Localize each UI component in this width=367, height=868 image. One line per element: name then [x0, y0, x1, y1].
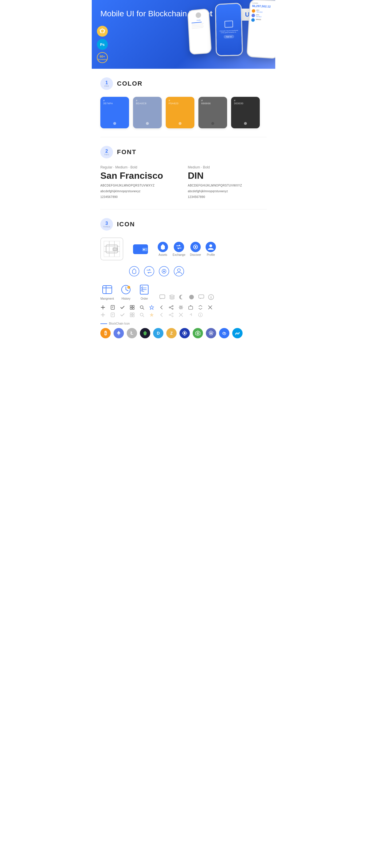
font-sf: Regular · Medium · Bold San Francisco AB… [101, 165, 179, 200]
swatch-mid-gray: #666666 [198, 97, 227, 128]
svg-rect-23 [103, 286, 112, 293]
svg-rect-68 [130, 315, 132, 317]
svg-point-90 [210, 332, 212, 334]
blockchain-label: BlockChain Icon [101, 322, 266, 325]
svg-point-6 [143, 249, 145, 250]
svg-point-53 [169, 307, 170, 308]
font-din: Medium · Bold DIN ABCDEFGHIJKLMNOPQRSTUV… [188, 165, 266, 200]
svg-point-9 [174, 242, 184, 252]
svg-line-71 [143, 316, 144, 317]
info-icon [208, 294, 214, 300]
sf-uppercase: ABCDEFGHIJKLMNOPQRSTUVWXYZ [101, 183, 179, 188]
ps-badge: Ps [97, 39, 108, 50]
assets-outline-icon [129, 266, 139, 276]
star-filled-icon [149, 312, 154, 317]
hero-title-text: Mobile UI for Blockchain [101, 9, 189, 18]
discover-label: Discover [190, 253, 201, 256]
circle-icon [188, 294, 195, 300]
search-icon-2 [139, 312, 144, 317]
profile-label: Profile [207, 253, 215, 256]
font-number: 2 [106, 149, 108, 154]
outline-icons-row [101, 266, 266, 276]
order-icon [138, 283, 150, 296]
svg-point-35 [189, 295, 194, 299]
din-label: Medium · Bold [188, 165, 266, 169]
icon-section: 3 THREE ICON [92, 209, 275, 347]
icon-title: ICON [117, 221, 135, 228]
svg-point-82 [200, 314, 201, 314]
history-icon-item: ! History [119, 283, 132, 300]
svg-point-54 [172, 308, 173, 309]
color-number: 1 [106, 81, 108, 85]
color-title: COLOR [117, 80, 142, 87]
chevron-left-icon-2 [159, 312, 164, 317]
svg-point-14 [209, 244, 212, 247]
svg-rect-42 [111, 305, 114, 309]
blockchain-label-text: BlockChain Icon [109, 322, 130, 325]
named-icons-group: Assets Exchange Discover [158, 242, 216, 256]
augur-icon [193, 328, 203, 338]
order-icon-item: Order [138, 283, 150, 300]
icon-crypto-icon [179, 328, 190, 338]
grid-icon-2 [130, 312, 135, 317]
svg-rect-45 [130, 305, 132, 307]
clipboard-icon [110, 305, 115, 310]
profile-outline-icon [174, 266, 184, 276]
color-section: 1 ONE COLOR #3574FA #8DA0C8 #F5A623 #666… [92, 69, 275, 137]
svg-point-57 [180, 307, 182, 308]
svg-marker-51 [150, 305, 154, 309]
check-icon-2 [120, 312, 125, 317]
crypto-icons-row: ₿ Ł D Z [101, 328, 266, 338]
svg-marker-86 [184, 332, 186, 335]
ethereum-icon [114, 328, 124, 338]
info-icon-2 [198, 312, 203, 317]
svg-rect-66 [130, 313, 132, 314]
discover-outline-item [159, 266, 169, 276]
sf-label: Regular · Medium · Bold [101, 165, 179, 169]
plus-icon-2 [101, 312, 106, 317]
history-label: History [121, 297, 131, 300]
crescent-icon [179, 294, 185, 300]
din-uppercase: ABCDEFGHIJKLMNOPQRSTUVWXYZ [188, 183, 266, 188]
history-icon: ! [119, 283, 132, 296]
color-swatches-container: #3574FA #8DA0C8 #F5A623 #666666 #303030 [101, 97, 266, 128]
management-icon-item: Mangment [101, 283, 114, 300]
svg-rect-63 [111, 313, 114, 317]
management-label: Mangment [101, 297, 114, 300]
din-numbers: 1234567890 [188, 195, 266, 199]
sketch-badge [97, 26, 108, 37]
svg-rect-58 [189, 306, 193, 309]
misc-icons-row [159, 294, 214, 300]
svg-line-50 [143, 308, 144, 309]
svg-rect-5 [142, 248, 147, 251]
svg-marker-72 [150, 313, 154, 317]
svg-line-76 [170, 314, 172, 314]
discover-outline-icon [159, 266, 169, 276]
chevron-left-icon [159, 305, 164, 310]
exchange-outline-icon [144, 266, 154, 276]
grid-icon [130, 305, 135, 310]
svg-point-22 [177, 269, 180, 272]
svg-point-34 [170, 295, 174, 297]
svg-point-74 [169, 314, 170, 315]
hero-section: Mobile UI for Blockchain Wallet UI Kit P… [92, 0, 275, 69]
phone-right: myWallet $6,297,502.12 BTC 788-2003 ETH … [247, 0, 275, 59]
assets-icon [158, 242, 168, 252]
font-word: TWO [104, 154, 109, 156]
icon-word: THREE [103, 226, 110, 228]
share-icon-2 [169, 312, 174, 317]
svg-point-21 [174, 267, 184, 276]
icon-box-grid [101, 238, 123, 260]
svg-rect-33 [160, 295, 165, 299]
svg-line-56 [170, 308, 172, 309]
star-icon [149, 305, 154, 310]
exchange-label: Exchange [173, 253, 185, 256]
profile-icon [205, 242, 216, 252]
svg-marker-16 [133, 269, 136, 274]
sf-numbers: 1234567890 [101, 195, 179, 199]
assets-outline-item [129, 266, 139, 276]
svg-point-91 [224, 333, 225, 334]
close-icon [207, 305, 213, 310]
gear-icon [178, 305, 184, 310]
hero-badges: Ps 60+ Screens [97, 26, 108, 63]
